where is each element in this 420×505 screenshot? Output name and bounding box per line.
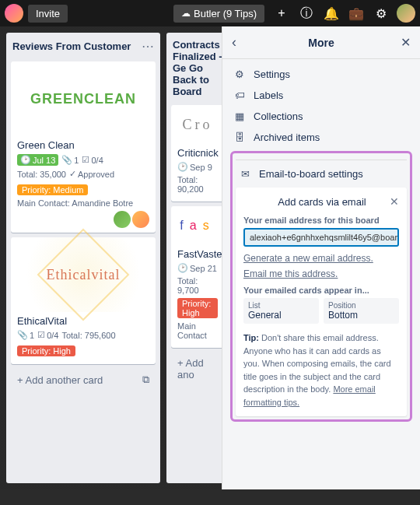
- list-title: Contracts Finalized - Ge Go Back to Boar…: [173, 39, 222, 97]
- gear-icon: ⚙: [233, 68, 246, 80]
- card-cover: fas: [171, 206, 224, 245]
- email-panel-title: Add cards via email: [254, 196, 390, 208]
- attachment-badge: 📎 1: [61, 155, 79, 165]
- butler-button[interactable]: Butler (9 Tips): [173, 5, 264, 23]
- appear-label: Your emailed cards appear in...: [243, 286, 399, 295]
- attachment-badge: 📎 1: [17, 330, 34, 340]
- card-title: Green Clean: [17, 139, 149, 151]
- card-fastvaste[interactable]: fas FastVaste 🕑 Sep 21 Total: 9,700 Prio…: [171, 206, 224, 348]
- card-title: Criticnick: [177, 147, 218, 159]
- due-badge: 🕑 Sep 21: [177, 263, 217, 273]
- priority-label: Priority: Medium: [17, 184, 88, 195]
- info-icon[interactable]: ⓘ: [297, 4, 316, 23]
- template-icon[interactable]: ⧉: [142, 373, 149, 386]
- card-cover: Ethicalvital: [11, 237, 156, 312]
- mail-icon: ✉: [239, 168, 251, 180]
- list-contracts: Contracts Finalized - Ge Go Back to Boar…: [166, 33, 229, 483]
- menu-collections[interactable]: ▦Collections: [230, 106, 412, 127]
- total-text: Total: 9,700: [177, 276, 218, 295]
- total-text: Total: 35,000: [17, 170, 66, 179]
- checklist-badge: ☑ 0/4: [37, 330, 58, 340]
- back-icon[interactable]: ‹: [232, 34, 247, 51]
- list-select[interactable]: List General: [243, 298, 319, 324]
- generate-link[interactable]: Generate a new email address.: [243, 253, 399, 264]
- contact-text: Main Contact: [177, 321, 218, 340]
- bell-icon[interactable]: 🔔: [322, 4, 341, 23]
- list-title: Reviews From Customer: [12, 40, 131, 52]
- email-panel: Add cards via email ✕ Your email address…: [236, 188, 407, 416]
- grid-icon: ▦: [233, 110, 246, 122]
- menu-labels[interactable]: 🏷Labels: [230, 85, 412, 106]
- menu-email-to-board[interactable]: ✉Email-to-board settings: [236, 163, 407, 184]
- priority-label: Priority: High: [17, 345, 75, 356]
- checklist-badge: ☑ 0/4: [82, 155, 103, 165]
- member-avatar[interactable]: [114, 211, 131, 228]
- list-menu-icon[interactable]: ⋯: [142, 39, 154, 54]
- tag-icon: 🏷: [233, 89, 246, 101]
- invite-button[interactable]: Invite: [28, 5, 68, 23]
- card-cover: Cro: [171, 105, 224, 144]
- list-reviews: Reviews From Customer ⋯ GREENCLEAN Green…: [6, 33, 160, 483]
- panel-title: More: [247, 37, 395, 49]
- card-criticnick[interactable]: Cro Criticnick 🕑 Sep 9 Total: 90,200: [171, 105, 224, 202]
- avatar[interactable]: [5, 4, 23, 23]
- approved-badge: ✓ Approved: [69, 169, 114, 179]
- menu-settings[interactable]: ⚙Settings: [230, 64, 412, 85]
- card-green-clean[interactable]: GREENCLEAN Green Clean 🕑 Jul 13 📎 1 ☑ 0/…: [11, 61, 156, 233]
- more-panel: ‹ More ✕ ⚙Settings 🏷Labels ▦Collections …: [222, 26, 420, 489]
- tip-text: Tip: Don't share this email address. Any…: [243, 331, 399, 409]
- card-title: FastVaste: [177, 248, 218, 260]
- due-badge: 🕑 Jul 13: [17, 154, 58, 166]
- due-badge: 🕑 Sep 9: [177, 162, 212, 172]
- user-avatar[interactable]: [397, 4, 415, 23]
- email-address-input[interactable]: alexiaoh+e6gnhhxehqsmlilt46y5@boar: [243, 228, 399, 247]
- card-ethicalvital[interactable]: Ethicalvital EthicalVital 📎 1 ☑ 0/4 Tota…: [11, 237, 156, 364]
- card-cover: GREENCLEAN: [11, 61, 156, 136]
- close-icon[interactable]: ✕: [395, 35, 411, 50]
- plus-icon[interactable]: +: [272, 4, 291, 23]
- total-text: Total: 795,600: [61, 331, 115, 340]
- close-icon[interactable]: ✕: [390, 195, 399, 208]
- add-card-button[interactable]: Add another card ⧉: [11, 369, 156, 391]
- gear-icon[interactable]: ⚙: [372, 4, 390, 23]
- briefcase-icon[interactable]: 💼: [347, 4, 366, 23]
- email-me-link[interactable]: Email me this address.: [243, 268, 399, 279]
- total-text: Total: 90,200: [177, 175, 218, 194]
- highlight-box: ✉Email-to-board settings Add cards via e…: [230, 151, 412, 422]
- address-label: Your email address for this board: [243, 216, 399, 225]
- add-card-button[interactable]: Add ano: [171, 352, 224, 385]
- member-avatar[interactable]: [132, 211, 149, 228]
- archive-icon: 🗄: [233, 132, 246, 143]
- priority-label: Priority: High: [177, 298, 218, 318]
- contact-text: Main Contact: Amandine Botre: [17, 198, 149, 208]
- menu-archived[interactable]: 🗄Archived items: [230, 127, 412, 148]
- position-select[interactable]: Position Bottom: [324, 298, 399, 324]
